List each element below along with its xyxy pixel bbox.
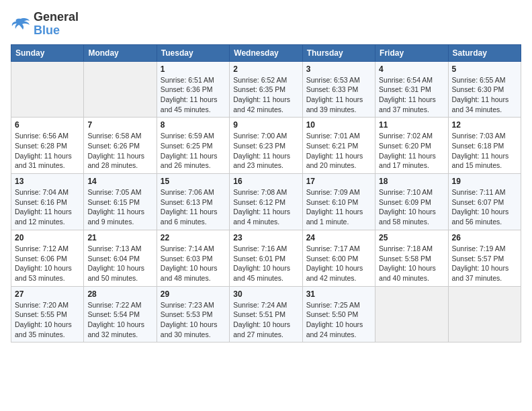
day-number: 6 <box>15 120 80 130</box>
day-info: Sunrise: 7:19 AM Sunset: 5:57 PM Dayligh… <box>452 244 517 283</box>
calendar-cell <box>11 61 84 118</box>
logo-text: General Blue <box>34 11 79 38</box>
day-info: Sunrise: 7:03 AM Sunset: 6:18 PM Dayligh… <box>452 131 517 171</box>
day-number: 19 <box>452 177 517 186</box>
day-info: Sunrise: 7:24 AM Sunset: 5:51 PM Dayligh… <box>233 300 298 340</box>
day-number: 22 <box>161 233 226 242</box>
day-number: 29 <box>161 289 226 299</box>
calendar-cell: 9Sunrise: 7:00 AM Sunset: 6:23 PM Daylig… <box>230 118 302 174</box>
calendar-cell: 1Sunrise: 6:51 AM Sunset: 6:36 PM Daylig… <box>157 61 229 118</box>
day-info: Sunrise: 7:10 AM Sunset: 6:09 PM Dayligh… <box>379 187 444 227</box>
day-info: Sunrise: 6:58 AM Sunset: 6:26 PM Dayligh… <box>87 131 152 171</box>
calendar-cell: 29Sunrise: 7:23 AM Sunset: 5:53 PM Dayli… <box>157 286 229 342</box>
weekday-header-wednesday: Wednesday <box>230 44 302 61</box>
calendar-cell: 4Sunrise: 6:54 AM Sunset: 6:31 PM Daylig… <box>375 61 448 118</box>
day-number: 7 <box>87 120 152 130</box>
day-number: 18 <box>379 177 444 186</box>
day-number: 17 <box>306 177 371 186</box>
day-info: Sunrise: 7:23 AM Sunset: 5:53 PM Dayligh… <box>161 300 226 340</box>
calendar-cell: 26Sunrise: 7:19 AM Sunset: 5:57 PM Dayli… <box>448 230 521 286</box>
calendar-cell: 14Sunrise: 7:05 AM Sunset: 6:15 PM Dayli… <box>84 174 157 230</box>
day-info: Sunrise: 7:11 AM Sunset: 6:07 PM Dayligh… <box>452 187 517 227</box>
calendar-table: SundayMondayTuesdayWednesdayThursdayFrid… <box>11 44 521 343</box>
calendar-cell: 20Sunrise: 7:12 AM Sunset: 6:06 PM Dayli… <box>11 230 84 286</box>
day-info: Sunrise: 7:01 AM Sunset: 6:21 PM Dayligh… <box>306 131 371 171</box>
calendar-cell: 7Sunrise: 6:58 AM Sunset: 6:26 PM Daylig… <box>84 118 157 174</box>
day-info: Sunrise: 6:55 AM Sunset: 6:30 PM Dayligh… <box>452 75 517 115</box>
day-info: Sunrise: 7:09 AM Sunset: 6:10 PM Dayligh… <box>306 187 371 227</box>
day-number: 11 <box>379 120 444 130</box>
day-number: 23 <box>233 233 298 242</box>
weekday-header-sunday: Sunday <box>11 44 84 61</box>
logo: General Blue <box>11 11 79 38</box>
day-number: 8 <box>161 120 226 130</box>
day-info: Sunrise: 7:12 AM Sunset: 6:06 PM Dayligh… <box>15 244 80 283</box>
calendar-cell: 30Sunrise: 7:24 AM Sunset: 5:51 PM Dayli… <box>230 286 302 342</box>
calendar-week-1: 1Sunrise: 6:51 AM Sunset: 6:36 PM Daylig… <box>11 61 521 118</box>
day-info: Sunrise: 7:17 AM Sunset: 6:00 PM Dayligh… <box>306 244 371 283</box>
calendar-header: SundayMondayTuesdayWednesdayThursdayFrid… <box>11 44 521 61</box>
day-info: Sunrise: 7:25 AM Sunset: 5:50 PM Dayligh… <box>306 300 371 340</box>
weekday-header-friday: Friday <box>375 44 448 61</box>
day-number: 3 <box>306 64 371 74</box>
day-number: 30 <box>233 289 298 299</box>
calendar-cell: 11Sunrise: 7:02 AM Sunset: 6:20 PM Dayli… <box>375 118 448 174</box>
calendar-cell: 15Sunrise: 7:06 AM Sunset: 6:13 PM Dayli… <box>157 174 229 230</box>
day-info: Sunrise: 7:20 AM Sunset: 5:55 PM Dayligh… <box>15 300 80 340</box>
calendar-cell: 27Sunrise: 7:20 AM Sunset: 5:55 PM Dayli… <box>11 286 84 342</box>
calendar-cell: 5Sunrise: 6:55 AM Sunset: 6:30 PM Daylig… <box>448 61 521 118</box>
day-number: 4 <box>379 64 444 74</box>
calendar-week-2: 6Sunrise: 6:56 AM Sunset: 6:28 PM Daylig… <box>11 118 521 174</box>
calendar-week-4: 20Sunrise: 7:12 AM Sunset: 6:06 PM Dayli… <box>11 230 521 286</box>
day-number: 1 <box>161 64 226 74</box>
calendar-cell: 28Sunrise: 7:22 AM Sunset: 5:54 PM Dayli… <box>84 286 157 342</box>
calendar-cell: 17Sunrise: 7:09 AM Sunset: 6:10 PM Dayli… <box>302 174 375 230</box>
calendar-week-3: 13Sunrise: 7:04 AM Sunset: 6:16 PM Dayli… <box>11 174 521 230</box>
day-info: Sunrise: 6:53 AM Sunset: 6:33 PM Dayligh… <box>306 75 371 115</box>
calendar-cell: 31Sunrise: 7:25 AM Sunset: 5:50 PM Dayli… <box>302 286 375 342</box>
calendar-cell: 24Sunrise: 7:17 AM Sunset: 6:00 PM Dayli… <box>302 230 375 286</box>
day-info: Sunrise: 7:16 AM Sunset: 6:01 PM Dayligh… <box>233 244 298 283</box>
day-number: 5 <box>452 64 517 74</box>
day-info: Sunrise: 7:00 AM Sunset: 6:23 PM Dayligh… <box>233 131 298 171</box>
day-info: Sunrise: 7:06 AM Sunset: 6:13 PM Dayligh… <box>161 187 226 227</box>
day-number: 28 <box>87 289 152 299</box>
day-info: Sunrise: 6:51 AM Sunset: 6:36 PM Dayligh… <box>161 75 226 115</box>
day-number: 31 <box>306 289 371 299</box>
day-number: 15 <box>161 177 226 186</box>
weekday-row: SundayMondayTuesdayWednesdayThursdayFrid… <box>11 44 521 61</box>
calendar-cell: 2Sunrise: 6:52 AM Sunset: 6:35 PM Daylig… <box>230 61 302 118</box>
weekday-header-tuesday: Tuesday <box>157 44 229 61</box>
day-number: 27 <box>15 289 80 299</box>
calendar-cell: 21Sunrise: 7:13 AM Sunset: 6:04 PM Dayli… <box>84 230 157 286</box>
day-number: 10 <box>306 120 371 130</box>
calendar-cell: 13Sunrise: 7:04 AM Sunset: 6:16 PM Dayli… <box>11 174 84 230</box>
calendar-cell: 25Sunrise: 7:18 AM Sunset: 5:58 PM Dayli… <box>375 230 448 286</box>
page-header: General Blue <box>11 11 521 38</box>
weekday-header-thursday: Thursday <box>302 44 375 61</box>
calendar-cell: 8Sunrise: 6:59 AM Sunset: 6:25 PM Daylig… <box>157 118 229 174</box>
day-info: Sunrise: 7:02 AM Sunset: 6:20 PM Dayligh… <box>379 131 444 171</box>
calendar-cell: 6Sunrise: 6:56 AM Sunset: 6:28 PM Daylig… <box>11 118 84 174</box>
calendar-cell: 10Sunrise: 7:01 AM Sunset: 6:21 PM Dayli… <box>302 118 375 174</box>
day-number: 12 <box>452 120 517 130</box>
day-number: 20 <box>15 233 80 242</box>
day-number: 14 <box>87 177 152 186</box>
day-info: Sunrise: 7:18 AM Sunset: 5:58 PM Dayligh… <box>379 244 444 283</box>
calendar-cell: 12Sunrise: 7:03 AM Sunset: 6:18 PM Dayli… <box>448 118 521 174</box>
day-info: Sunrise: 6:59 AM Sunset: 6:25 PM Dayligh… <box>161 131 226 171</box>
day-number: 9 <box>233 120 298 130</box>
calendar-cell: 19Sunrise: 7:11 AM Sunset: 6:07 PM Dayli… <box>448 174 521 230</box>
day-info: Sunrise: 7:13 AM Sunset: 6:04 PM Dayligh… <box>87 244 152 283</box>
day-number: 16 <box>233 177 298 186</box>
day-info: Sunrise: 7:05 AM Sunset: 6:15 PM Dayligh… <box>87 187 152 227</box>
day-number: 25 <box>379 233 444 242</box>
calendar-week-5: 27Sunrise: 7:20 AM Sunset: 5:55 PM Dayli… <box>11 286 521 342</box>
day-info: Sunrise: 6:54 AM Sunset: 6:31 PM Dayligh… <box>379 75 444 115</box>
day-info: Sunrise: 7:08 AM Sunset: 6:12 PM Dayligh… <box>233 187 298 227</box>
calendar-cell: 23Sunrise: 7:16 AM Sunset: 6:01 PM Dayli… <box>230 230 302 286</box>
weekday-header-saturday: Saturday <box>448 44 521 61</box>
day-number: 24 <box>306 233 371 242</box>
calendar-body: 1Sunrise: 6:51 AM Sunset: 6:36 PM Daylig… <box>11 61 521 342</box>
calendar-cell: 18Sunrise: 7:10 AM Sunset: 6:09 PM Dayli… <box>375 174 448 230</box>
